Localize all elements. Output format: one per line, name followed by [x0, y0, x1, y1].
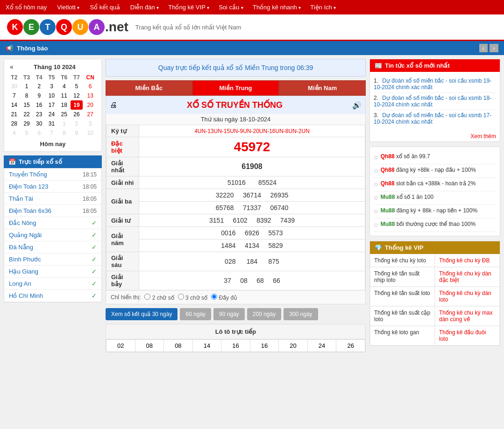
cal-day[interactable]: 30 [33, 119, 45, 128]
lottery-item[interactable]: Thần Tài18:05 [4, 193, 101, 205]
cal-day[interactable]: 7 [8, 91, 21, 100]
lottery-item[interactable]: Điện Toán 6x3618:05 [4, 205, 101, 217]
thong-ke-link[interactable]: Thống kê đầu đuôi loto [439, 329, 486, 342]
cal-day[interactable]: 25 [58, 110, 71, 119]
lottery-item[interactable]: Quảng Ngãi✓ [4, 229, 101, 241]
cal-day[interactable]: 10 [45, 91, 58, 100]
news-link-1[interactable]: Dự đoán xổ số miền bắc - soi cầu xsmb 19… [374, 77, 491, 91]
radio-3chu[interactable] [178, 294, 184, 300]
cal-day[interactable]: 19 [71, 100, 83, 110]
cal-day[interactable]: 17 [45, 100, 58, 110]
cal-day[interactable]: 20 [83, 100, 98, 110]
announcement-next[interactable]: › [490, 44, 498, 52]
ads-brand[interactable]: Qh88 [381, 153, 395, 160]
view-90[interactable]: 90 ngày [213, 308, 245, 320]
lottery-item[interactable]: Truyền Thống18:15 [4, 169, 101, 181]
thong-ke-cell[interactable]: Thống kê đầu đuôi loto [435, 326, 500, 345]
ads-brand[interactable]: Qh88 [381, 167, 395, 173]
view-60[interactable]: 60 ngày [180, 308, 211, 320]
cal-day[interactable]: 11 [58, 91, 71, 100]
nav-so-ket-qua[interactable]: Sổ kết quả [84, 0, 125, 14]
cal-day[interactable]: 27 [83, 110, 98, 119]
cal-day[interactable]: 1 [58, 119, 71, 128]
cal-day[interactable]: 4 [8, 128, 21, 138]
tab-mien-bac[interactable]: Miền Bắc [106, 80, 192, 96]
cal-day[interactable]: 18 [58, 100, 71, 110]
view-300[interactable]: 300 ngày [284, 308, 318, 320]
cal-day[interactable]: 1 [21, 82, 33, 91]
thong-ke-link[interactable]: Thống kê chu kỳ ĐB [439, 257, 490, 264]
nav-dien-dan[interactable]: Diễn đàn ▾ [126, 0, 163, 14]
cal-day[interactable]: 31 [45, 119, 58, 128]
thong-ke-cell[interactable]: Thống kê chu kỳ max dàn cùng về [435, 306, 500, 326]
cal-day[interactable]: 30 [8, 82, 21, 91]
cal-day[interactable]: 6 [33, 128, 45, 138]
cal-day[interactable]: 9 [71, 128, 83, 138]
lottery-item[interactable]: Đắc Nông✓ [4, 217, 101, 229]
cal-day[interactable]: 22 [21, 110, 33, 119]
cal-day[interactable]: 4 [58, 82, 71, 91]
opt-3chu[interactable]: 3 chữ số [178, 294, 207, 301]
ads-brand[interactable]: Mu88 [381, 194, 395, 200]
ads-brand[interactable]: Mu88 [381, 221, 395, 227]
ads-brand[interactable]: Mu88 [381, 207, 395, 214]
lottery-item[interactable]: Bình Phước✓ [4, 253, 101, 266]
cal-day[interactable]: 12 [71, 91, 83, 100]
lottery-item[interactable]: Điện Toán 12318:05 [4, 181, 101, 193]
cal-day[interactable]: 3 [83, 119, 98, 128]
cal-prev[interactable]: « [8, 63, 15, 70]
cal-day[interactable]: 6 [83, 82, 98, 91]
cal-day[interactable]: 2 [33, 82, 45, 91]
lottery-item[interactable]: Hậu Giang✓ [4, 266, 101, 278]
cal-day[interactable]: 8 [58, 128, 71, 138]
thong-ke-cell[interactable]: Thống kê chu kỳ dàn đặc biệt [435, 267, 500, 287]
cal-day[interactable]: 7 [45, 128, 58, 138]
nav-thong-ke-nhanh[interactable]: Thống kê nhanh ▾ [248, 0, 305, 14]
thong-ke-link[interactable]: Thống kê chu kỳ dàn đặc biệt [439, 270, 491, 283]
xem-them-link[interactable]: Xem thêm [470, 133, 496, 140]
cal-day[interactable]: 21 [8, 110, 21, 119]
news-link-3[interactable]: Dự đoán xổ số miền bắc - soi cầu xsmb 17… [374, 112, 491, 125]
sound-icon[interactable]: 🔊 [352, 101, 362, 110]
tab-mien-nam[interactable]: Miền Nam [279, 80, 366, 96]
cal-day[interactable]: 5 [71, 82, 83, 91]
thong-ke-link[interactable]: Thống kê chu kỳ max dàn cùng về [439, 309, 492, 323]
thong-ke-cell[interactable]: Thống kê chu kỳ ĐB [435, 254, 500, 267]
nav-thong-ke-vip[interactable]: Thống kê VIP ▾ [163, 0, 214, 14]
announcement-prev[interactable]: ‹ [479, 44, 488, 52]
nav-tien-ich[interactable]: Tiện ích ▾ [305, 0, 341, 14]
cal-day[interactable]: 5 [21, 128, 33, 138]
cal-day[interactable]: 8 [21, 91, 33, 100]
view-30[interactable]: Xem số kết quả 30 ngày [106, 308, 177, 320]
cal-day[interactable]: 13 [83, 91, 98, 100]
radio-daydu[interactable] [211, 294, 217, 300]
lottery-item[interactable]: Hồ Chí Minh✓ [4, 290, 101, 302]
thong-ke-cell[interactable]: Thống kê chu kỳ dàn loto [435, 287, 500, 306]
cal-day[interactable]: 9 [33, 91, 45, 100]
opt-2chu[interactable]: 2 chữ số [144, 294, 174, 301]
nav-vietlott[interactable]: Vietlott ▾ [52, 0, 84, 14]
news-link-2[interactable]: Dự đoán xổ số miền bắc - soi cầu xsmb 18… [374, 95, 491, 108]
cal-day[interactable]: 23 [33, 110, 45, 119]
cal-day[interactable]: 14 [8, 100, 21, 110]
cal-day[interactable]: 2 [71, 119, 83, 128]
opt-daydu[interactable]: Đầy đủ [211, 294, 237, 301]
tab-mien-trung[interactable]: Miền Trung [192, 80, 279, 96]
lottery-item[interactable]: Đà Nẵng✓ [4, 241, 101, 253]
cal-day[interactable]: 28 [8, 119, 21, 128]
thong-ke-link[interactable]: Thống kê chu kỳ dàn loto [439, 290, 491, 303]
cal-day[interactable]: 29 [21, 119, 33, 128]
cal-day[interactable]: 16 [33, 100, 45, 110]
cal-day[interactable]: 10 [83, 128, 98, 138]
cal-day[interactable]: 15 [21, 100, 33, 110]
ads-brand[interactable]: Qh88 [381, 180, 395, 187]
view-200[interactable]: 200 ngày [247, 308, 281, 320]
lottery-item[interactable]: Long An✓ [4, 278, 101, 290]
nav-xo-so-hom-nay[interactable]: Xổ số hôm nay [0, 0, 52, 14]
cal-day[interactable]: 24 [45, 110, 58, 119]
print-icon[interactable]: 🖨 [110, 101, 117, 109]
cal-day[interactable]: 3 [45, 82, 58, 91]
radio-2chu[interactable] [144, 294, 150, 300]
cal-day[interactable]: 26 [71, 110, 83, 119]
nav-soi-cau[interactable]: Soi cầu ▾ [214, 0, 248, 14]
